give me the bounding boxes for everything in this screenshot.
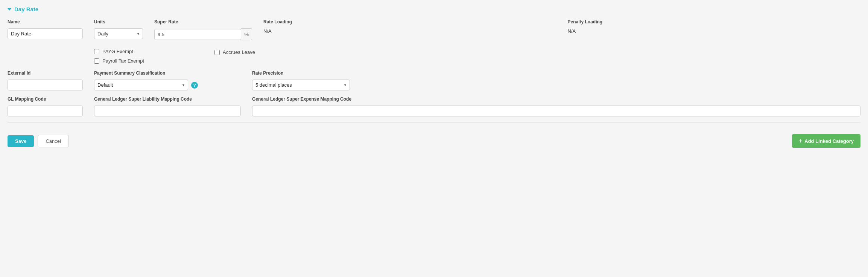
payroll-tax-exempt-checkbox[interactable] xyxy=(94,58,99,64)
left-checkbox-group: PAYG Exempt Payroll Tax Exempt xyxy=(94,49,192,64)
units-select-wrapper: Daily Hourly Weekly xyxy=(94,28,143,39)
gl-super-liability-label: General Ledger Super Liability Mapping C… xyxy=(94,96,241,102)
super-rate-group: % xyxy=(154,28,252,40)
rate-precision-field-group: Rate Precision 2 decimal places 3 decima… xyxy=(252,70,860,90)
rate-precision-select[interactable]: 2 decimal places 3 decimal places 4 deci… xyxy=(252,80,350,90)
rate-loading-value: N/A xyxy=(263,28,556,34)
super-rate-field-group: Super Rate % xyxy=(154,19,252,40)
accrues-leave-checkbox[interactable] xyxy=(214,50,220,55)
help-icon[interactable]: ? xyxy=(191,82,198,89)
gl-super-expense-field-group: General Ledger Super Expense Mapping Cod… xyxy=(252,96,860,116)
row1: Name Units Daily Hourly Weekly Super Rat… xyxy=(8,19,860,40)
external-id-input[interactable] xyxy=(8,80,83,90)
gl-super-liability-input[interactable] xyxy=(94,106,241,116)
name-input[interactable] xyxy=(8,28,83,39)
gl-super-expense-input[interactable] xyxy=(252,106,860,116)
gl-mapping-field-group: GL Mapping Code xyxy=(8,96,83,116)
psc-select-wrapper: Default Salary Overtime xyxy=(94,80,188,90)
rate-loading-label: Rate Loading xyxy=(263,19,556,24)
cancel-button[interactable]: Cancel xyxy=(38,135,68,147)
payg-exempt-checkbox[interactable] xyxy=(94,49,99,54)
row2: External Id Payment Summary Classificati… xyxy=(8,70,860,90)
section-title-text: Day Rate xyxy=(14,6,38,12)
name-label: Name xyxy=(8,19,83,24)
left-buttons: Save Cancel xyxy=(8,135,69,147)
add-linked-label: Add Linked Category xyxy=(804,138,854,144)
penalty-loading-field-group: Penalty Loading N/A xyxy=(568,19,861,34)
rate-loading-field-group: Rate Loading N/A xyxy=(263,19,556,34)
add-linked-category-button[interactable]: + Add Linked Category xyxy=(792,134,860,148)
checkboxes-row: PAYG Exempt Payroll Tax Exempt Accrues L… xyxy=(8,46,860,64)
accrues-leave-label: Accrues Leave xyxy=(223,49,255,55)
footer-row: Save Cancel + Add Linked Category xyxy=(8,130,860,148)
payg-exempt-label: PAYG Exempt xyxy=(102,49,133,54)
penalty-loading-value: N/A xyxy=(568,28,861,34)
super-rate-label: Super Rate xyxy=(154,19,252,24)
left-checkboxes: PAYG Exempt Payroll Tax Exempt xyxy=(94,46,192,64)
psc-select[interactable]: Default Salary Overtime xyxy=(94,80,188,90)
super-rate-input[interactable] xyxy=(154,29,241,40)
gl-mapping-input[interactable] xyxy=(8,106,83,116)
name-field-group: Name xyxy=(8,19,83,39)
payroll-tax-exempt-label: Payroll Tax Exempt xyxy=(102,58,144,64)
units-label: Units xyxy=(94,19,143,24)
psc-label: Payment Summary Classification xyxy=(94,70,241,76)
payroll-tax-exempt-checkbox-item[interactable]: Payroll Tax Exempt xyxy=(94,58,192,64)
rate-precision-label: Rate Precision xyxy=(252,70,860,76)
gl-super-liability-field-group: General Ledger Super Liability Mapping C… xyxy=(94,96,241,116)
super-rate-suffix: % xyxy=(241,28,252,40)
right-checkboxes: Accrues Leave xyxy=(214,49,860,55)
psc-row: Default Salary Overtime ? xyxy=(94,80,241,90)
chevron-down-icon xyxy=(8,8,11,11)
rate-precision-select-wrapper: 2 decimal places 3 decimal places 4 deci… xyxy=(252,80,350,90)
section-title[interactable]: Day Rate xyxy=(8,6,860,12)
payg-exempt-checkbox-item[interactable]: PAYG Exempt xyxy=(94,49,192,54)
external-id-field-group: External Id xyxy=(8,70,83,90)
page-wrapper: Day Rate Name Units Daily Hourly Weekly … xyxy=(0,0,868,277)
psc-field-group: Payment Summary Classification Default S… xyxy=(94,70,241,90)
gl-super-expense-label: General Ledger Super Expense Mapping Cod… xyxy=(252,96,860,102)
penalty-loading-label: Penalty Loading xyxy=(568,19,861,24)
units-select[interactable]: Daily Hourly Weekly xyxy=(94,28,143,39)
external-id-label: External Id xyxy=(8,70,83,76)
save-button[interactable]: Save xyxy=(8,135,34,147)
units-field-group: Units Daily Hourly Weekly xyxy=(94,19,143,39)
row3: GL Mapping Code General Ledger Super Lia… xyxy=(8,96,860,116)
accrues-leave-checkbox-item[interactable]: Accrues Leave xyxy=(214,49,860,55)
gl-mapping-label: GL Mapping Code xyxy=(8,96,83,102)
plus-icon: + xyxy=(799,138,802,144)
divider xyxy=(8,122,860,123)
